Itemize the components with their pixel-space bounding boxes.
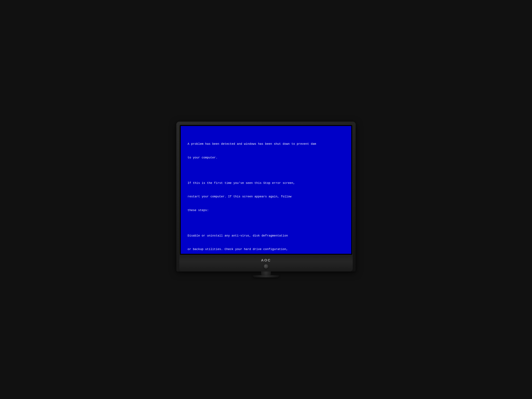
monitor-brand-label: AOC — [261, 258, 271, 262]
bsod-content: A problem has been detected and windows … — [188, 133, 344, 254]
bsod-spacer-1 — [188, 169, 344, 172]
bsod-line-3: If this is the first time you've seen th… — [188, 181, 344, 185]
bsod-spacer-2 — [188, 222, 344, 224]
monitor: A problem has been detected and windows … — [176, 122, 356, 272]
bsod-line-2: to your computer. — [188, 156, 344, 160]
bsod-screen: A problem has been detected and windows … — [181, 126, 351, 254]
bsod-line-7: or backup utilities. Check your hard dri… — [188, 247, 344, 252]
bsod-line-1: A problem has been detected and windows … — [188, 142, 344, 146]
screen-bezel: A problem has been detected and windows … — [179, 125, 353, 255]
monitor-power-button[interactable] — [264, 264, 268, 269]
monitor-stand-base — [253, 275, 279, 277]
bsod-line-5: these steps: — [188, 208, 344, 213]
bsod-line-6: Disable or uninstall any anti-virus, dis… — [188, 234, 344, 238]
monitor-chin: AOC — [179, 255, 353, 272]
bsod-line-4: restart your computer. If this screen ap… — [188, 194, 344, 199]
monitor-stand-neck — [261, 272, 271, 275]
